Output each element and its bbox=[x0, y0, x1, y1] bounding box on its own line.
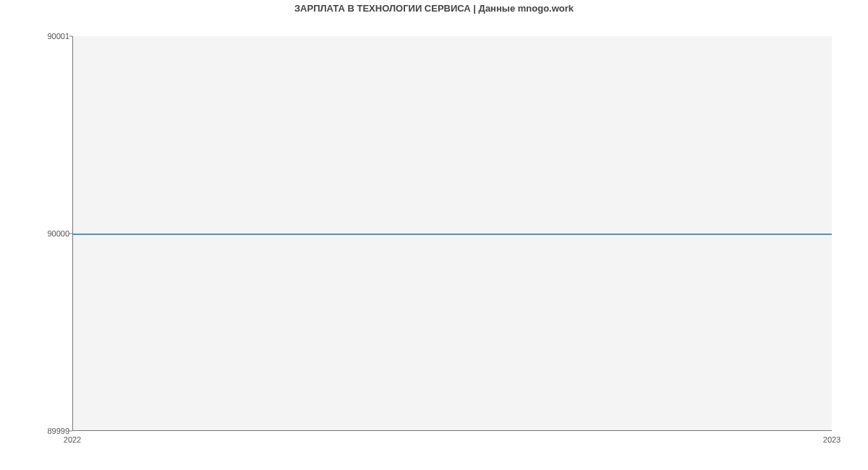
y-tick-label: 90000 bbox=[38, 229, 69, 238]
y-tick-label: 89999 bbox=[38, 427, 69, 435]
y-tick-label: 90001 bbox=[38, 32, 69, 40]
salary-line-chart: ЗАРПЛАТА В ТЕХНОЛОГИИ СЕРВИСА | Данные m… bbox=[0, 0, 868, 470]
x-tick-label: 2023 bbox=[823, 435, 841, 444]
x-tick-label: 2022 bbox=[64, 435, 81, 444]
plot-area bbox=[72, 36, 832, 431]
data-line-series-0 bbox=[73, 234, 832, 235]
chart-title: ЗАРПЛАТА В ТЕХНОЛОГИИ СЕРВИСА | Данные m… bbox=[0, 3, 868, 14]
